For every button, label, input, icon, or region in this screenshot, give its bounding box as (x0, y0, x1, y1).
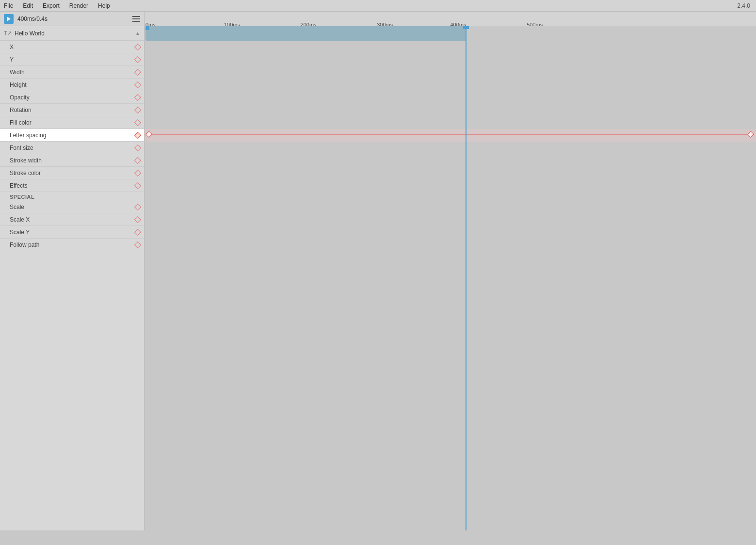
prop-x[interactable]: X (0, 41, 144, 53)
scrubber-start-indicator[interactable] (145, 26, 149, 30)
prop-name-fill-color: Fill color (10, 119, 135, 126)
left-panel: T↗ Hello World ▲ X Y Width Height Opacit… (0, 26, 145, 530)
main-content: T↗ Hello World ▲ X Y Width Height Opacit… (0, 26, 756, 530)
prop-font-size[interactable]: Font size (0, 142, 144, 154)
prop-follow-path[interactable]: Follow path (0, 239, 144, 251)
keyframe-diamond-scale[interactable] (134, 203, 141, 210)
time-ratio: /0.4s (35, 16, 48, 22)
prop-scale-x[interactable]: Scale X (0, 213, 144, 226)
main-clip-block[interactable] (145, 26, 466, 41)
keyframe-diamond-stroke-width[interactable] (134, 157, 141, 163)
prop-name-scale-y: Scale Y (10, 229, 135, 236)
prop-name-stroke-width: Stroke width (10, 157, 135, 164)
timeline-area[interactable] (145, 26, 756, 530)
prop-y[interactable]: Y (0, 53, 144, 66)
keyframe-diamond-y[interactable] (134, 56, 141, 63)
keyframe-diamond-height[interactable] (134, 81, 141, 88)
text-layer-icon: T↗ (4, 30, 12, 37)
prop-rotation[interactable]: Rotation (0, 104, 144, 116)
prop-stroke-width[interactable]: Stroke width (0, 154, 144, 167)
keyframe-diamond-scale-y[interactable] (134, 228, 141, 235)
letter-spacing-keyframe-bar (146, 134, 753, 135)
panel-header-left: 400ms/0.4s (0, 12, 145, 26)
keyframe-diamond-effects[interactable] (134, 182, 141, 189)
hamburger-menu-icon[interactable] (132, 16, 140, 22)
prop-fill-color[interactable]: Fill color (0, 116, 144, 129)
special-section-label: SPECIAL (0, 192, 144, 201)
time-display: 400ms/0.4s (17, 16, 48, 22)
prop-name-scale: Scale (10, 204, 135, 210)
playhead[interactable] (466, 26, 466, 530)
menu-bar-left: File Edit Export Render Help (2, 2, 112, 9)
keyframe-diamond-stroke-color[interactable] (134, 169, 141, 176)
keyframe-diamond-follow-path[interactable] (134, 241, 141, 248)
keyframe-diamond-scale-x[interactable] (134, 216, 141, 223)
prop-effects[interactable]: Effects (0, 179, 144, 192)
prop-name-opacity: Opacity (10, 94, 135, 101)
prop-name-y: Y (10, 56, 135, 63)
prop-letter-spacing[interactable]: Letter spacing (0, 129, 144, 142)
menu-export[interactable]: Export (41, 2, 62, 9)
menu-file[interactable]: File (2, 2, 15, 9)
keyframe-diamond-letter-spacing-start[interactable] (145, 131, 152, 138)
keyframe-diamond-width[interactable] (134, 68, 141, 75)
prop-name-follow-path: Follow path (10, 241, 135, 248)
prop-name-scale-x: Scale X (10, 216, 135, 223)
prop-name-x: X (10, 44, 135, 50)
prop-name-stroke-color: Stroke color (10, 170, 135, 176)
keyframe-diamond-letter-spacing-end[interactable] (747, 131, 754, 138)
play-button[interactable] (4, 14, 14, 24)
prop-width[interactable]: Width (0, 66, 144, 79)
menu-bar: File Edit Export Render Help 2.4.0 (0, 0, 756, 12)
menu-edit[interactable]: Edit (21, 2, 35, 9)
hamburger-line-3 (132, 21, 140, 22)
playhead-head (463, 26, 469, 29)
keyframe-diamond-opacity[interactable] (134, 94, 141, 100)
collapse-icon[interactable]: ▲ (135, 31, 140, 36)
keyframe-diamond-letter-spacing[interactable] (134, 131, 141, 138)
prop-height[interactable]: Height (0, 79, 144, 91)
prop-name-rotation: Rotation (10, 107, 135, 113)
keyframe-diamond-fill-color[interactable] (134, 119, 141, 126)
prop-name-width: Width (10, 69, 135, 76)
menu-help[interactable]: Help (96, 2, 112, 9)
layer-name-hello-world: Hello World (15, 30, 135, 37)
prop-scale[interactable]: Scale (0, 201, 144, 213)
layer-hello-world[interactable]: T↗ Hello World ▲ (0, 26, 144, 41)
prop-stroke-color[interactable]: Stroke color (0, 167, 144, 179)
prop-name-font-size: Font size (10, 144, 135, 151)
prop-opacity[interactable]: Opacity (0, 91, 144, 104)
hamburger-line-2 (132, 18, 140, 19)
text-icon-glyph: T↗ (4, 30, 12, 36)
keyframe-diamond-x[interactable] (134, 43, 141, 50)
timeline-header-row: 400ms/0.4s 0ms 100ms 200ms 300ms 400ms 5… (0, 12, 756, 26)
hamburger-line-1 (132, 16, 140, 17)
version-label: 2.4.0 (737, 2, 754, 9)
play-icon (7, 16, 11, 21)
letter-spacing-row-highlight (145, 129, 756, 142)
keyframe-diamond-rotation[interactable] (134, 106, 141, 113)
prop-name-letter-spacing: Letter spacing (10, 132, 135, 139)
prop-name-effects: Effects (10, 182, 135, 189)
keyframe-diamond-font-size[interactable] (134, 144, 141, 151)
menu-render[interactable]: Render (67, 2, 90, 9)
current-time: 400ms (17, 16, 35, 22)
prop-scale-y[interactable]: Scale Y (0, 226, 144, 239)
prop-name-height: Height (10, 81, 135, 88)
